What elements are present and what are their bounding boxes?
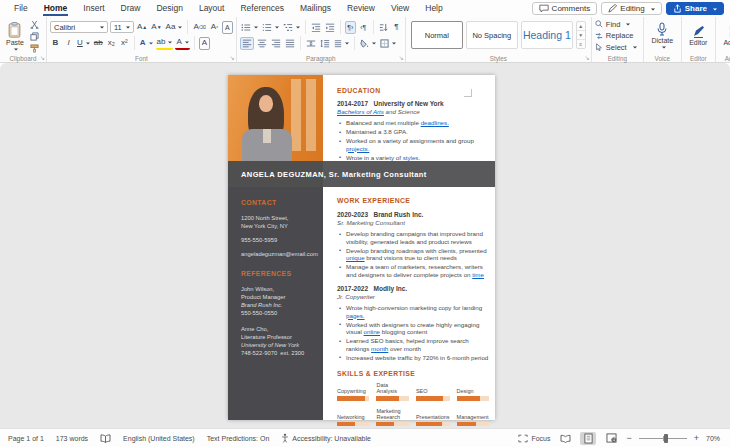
align-right-button[interactable] bbox=[270, 37, 282, 50]
document-canvas[interactable]: EDUCATION 2014-2017 University of New Yo… bbox=[0, 63, 730, 428]
zoom-in-button[interactable]: + bbox=[694, 433, 699, 443]
tab-view[interactable]: View bbox=[383, 1, 417, 16]
tab-mailings[interactable]: Mailings bbox=[292, 1, 339, 16]
voice-group: Dictate Voice bbox=[643, 17, 681, 62]
zoom-level[interactable]: 70% bbox=[706, 435, 720, 442]
styles-dialog-launcher[interactable]: ↘ bbox=[585, 55, 590, 61]
editor-button[interactable]: Editor bbox=[685, 19, 712, 52]
tab-references[interactable]: References bbox=[232, 1, 291, 16]
share-button[interactable]: Share bbox=[666, 2, 724, 15]
superscript-button[interactable]: x² bbox=[119, 37, 130, 50]
document-hyperlink[interactable]: deadlines. bbox=[421, 119, 449, 126]
shading-button[interactable] bbox=[359, 37, 377, 50]
format-painter-button[interactable] bbox=[29, 43, 40, 53]
select-button[interactable]: Select bbox=[595, 42, 640, 52]
font-size-combo[interactable]: 11 bbox=[110, 21, 134, 33]
borders-button[interactable] bbox=[379, 37, 397, 50]
comments-button[interactable]: Comments bbox=[532, 2, 598, 15]
replace-button[interactable]: Replace bbox=[595, 31, 640, 41]
accessibility-status[interactable]: Accessibility: Unavailable bbox=[281, 433, 371, 443]
read-mode-button[interactable] bbox=[557, 432, 573, 445]
font-color-button[interactable]: A bbox=[175, 37, 189, 50]
rtl-text-direction-button[interactable]: ‹¶ bbox=[358, 21, 369, 34]
document-hyperlink[interactable]: styles. bbox=[403, 154, 421, 161]
paragraph-dialog-launcher[interactable]: ↘ bbox=[399, 55, 404, 61]
tab-draw[interactable]: Draw bbox=[113, 1, 149, 16]
tab-layout[interactable]: Layout bbox=[191, 1, 233, 16]
tab-home[interactable]: Home bbox=[36, 1, 76, 16]
phonetic-guide-button[interactable]: Aˢ bbox=[209, 21, 220, 34]
copy-button[interactable] bbox=[29, 31, 40, 41]
enclose-characters-button[interactable]: A bbox=[222, 21, 233, 34]
paragraph-group-label: Paragraph bbox=[237, 55, 405, 62]
align-center-button[interactable] bbox=[256, 37, 268, 50]
font-dialog-launcher[interactable]: ↘ bbox=[230, 55, 235, 61]
shrink-font-button[interactable]: A▼ bbox=[150, 21, 162, 34]
change-case-button[interactable]: Aa bbox=[165, 21, 184, 34]
tab-review[interactable]: Review bbox=[339, 1, 383, 16]
cut-button[interactable] bbox=[29, 19, 40, 29]
document-hyperlink[interactable]: projects. bbox=[346, 145, 369, 152]
proofing-status[interactable] bbox=[100, 434, 111, 443]
character-shading-button[interactable]: A bbox=[199, 37, 210, 50]
document-hyperlink[interactable]: time bbox=[472, 271, 484, 278]
style-heading-1[interactable]: Heading 1 bbox=[521, 21, 573, 49]
editing-mode-button[interactable]: Editing bbox=[601, 2, 661, 15]
addins-label: Add-ins bbox=[723, 39, 730, 46]
tab-help[interactable]: Help bbox=[417, 1, 450, 16]
grow-font-button[interactable]: A▲ bbox=[136, 21, 148, 34]
clear-formatting-button[interactable]: A⌫ bbox=[192, 21, 206, 34]
font-name-combo[interactable]: Calibri bbox=[50, 21, 108, 33]
bullet-list-button[interactable] bbox=[240, 21, 259, 34]
resume-page[interactable]: EDUCATION 2014-2017 University of New Yo… bbox=[228, 75, 495, 420]
page-indicator[interactable]: Page 1 of 1 bbox=[8, 435, 44, 442]
tab-insert[interactable]: Insert bbox=[75, 1, 112, 16]
word-count[interactable]: 173 words bbox=[56, 435, 88, 442]
show-hide-pilcrow-button[interactable]: ¶ bbox=[391, 21, 402, 34]
focus-mode-button[interactable]: Focus bbox=[518, 434, 550, 443]
shading-icon bbox=[360, 39, 369, 48]
text-highlight-button[interactable]: ab bbox=[156, 37, 174, 50]
subscript-button[interactable]: x₂ bbox=[106, 37, 117, 50]
distribute-button[interactable] bbox=[305, 37, 317, 50]
style-no-spacing[interactable]: No Spacing bbox=[466, 21, 518, 49]
line-paragraph-spacing-button[interactable] bbox=[333, 37, 350, 50]
document-hyperlink[interactable]: month bbox=[371, 345, 388, 352]
clipboard-dialog-launcher[interactable]: ↘ bbox=[40, 55, 45, 61]
increase-indent-button[interactable] bbox=[324, 21, 336, 34]
sort-button[interactable] bbox=[378, 21, 389, 34]
document-hyperlink[interactable]: pages. bbox=[346, 312, 365, 319]
style-normal[interactable]: Normal bbox=[411, 21, 463, 49]
text-effects-button[interactable]: A bbox=[139, 37, 154, 50]
dictate-button[interactable]: Dictate bbox=[647, 19, 678, 52]
tab-design[interactable]: Design bbox=[148, 1, 190, 16]
align-left-button[interactable] bbox=[240, 37, 254, 50]
tab-file[interactable]: File bbox=[6, 1, 36, 16]
find-button[interactable]: Find bbox=[595, 19, 640, 29]
line-spacing-button[interactable] bbox=[319, 37, 331, 50]
strikethrough-button[interactable]: ab bbox=[93, 37, 104, 50]
zoom-slider[interactable] bbox=[639, 438, 687, 439]
addins-button[interactable]: Add-ins bbox=[719, 19, 730, 52]
print-layout-button[interactable] bbox=[580, 432, 596, 445]
italic-button[interactable]: I bbox=[63, 37, 74, 50]
multilevel-list-button[interactable] bbox=[282, 21, 301, 34]
styles-gallery-scroll[interactable]: ▲▼≡ bbox=[576, 21, 586, 49]
ltr-text-direction-button[interactable]: ¶› bbox=[345, 21, 356, 34]
web-layout-button[interactable] bbox=[603, 432, 619, 445]
sort-icon bbox=[379, 23, 388, 32]
decrease-indent-button[interactable] bbox=[310, 21, 322, 34]
borders-icon bbox=[380, 39, 389, 48]
document-hyperlink[interactable]: unique bbox=[346, 254, 365, 261]
zoom-out-button[interactable]: − bbox=[626, 433, 631, 443]
paste-button[interactable]: Paste bbox=[3, 19, 27, 53]
text-predictions-indicator[interactable]: Text Predictions: On bbox=[207, 435, 270, 442]
justify-button[interactable] bbox=[284, 37, 296, 50]
document-hyperlink[interactable]: online bbox=[364, 328, 381, 335]
language-indicator[interactable]: English (United States) bbox=[123, 435, 195, 442]
document-hyperlink[interactable]: Bachelors of Arts bbox=[337, 108, 384, 115]
number-list-button[interactable] bbox=[261, 21, 280, 34]
zoom-slider-thumb[interactable] bbox=[664, 434, 668, 443]
underline-button[interactable]: U bbox=[76, 37, 91, 50]
bold-button[interactable]: B bbox=[50, 37, 61, 50]
